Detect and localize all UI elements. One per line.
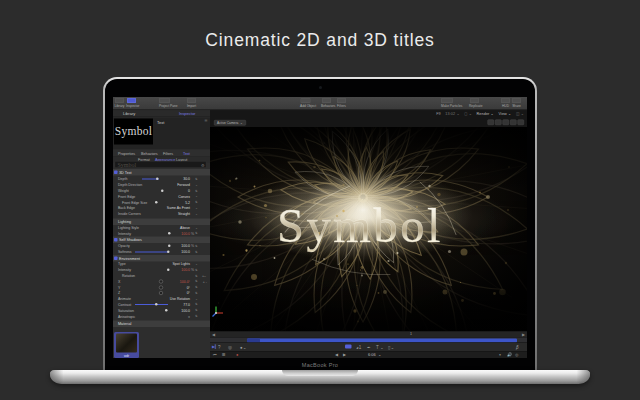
svg-text:Symbol: Symbol [277,199,443,252]
